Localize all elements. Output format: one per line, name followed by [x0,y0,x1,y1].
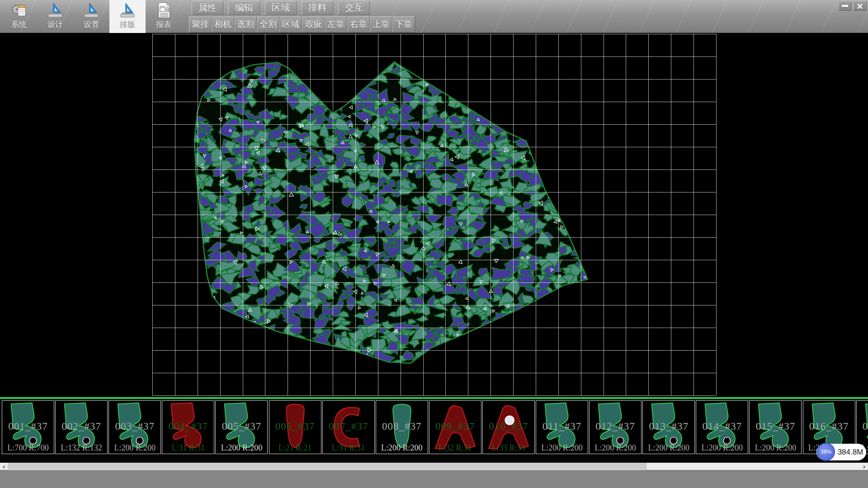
tab-label: 设计 [47,19,63,30]
piece-thumbnail-8[interactable]: 008_#37L:200 R:200 [376,400,428,454]
piece-id: 005_#37 [216,421,267,432]
tab-3[interactable]: 设置 [73,0,109,33]
tab-label: 排版 [120,19,135,30]
piece-id: 017_#37 [857,421,868,432]
piece-id: 009_#37 [429,421,481,432]
piece-id: 008_#37 [376,421,428,432]
piece-lr-count: L:31 R:31 [323,443,374,453]
tool-button-3[interactable]: 选割 [234,16,257,33]
ruler-icon [118,2,137,19]
tool-button-8[interactable]: 右靠 [347,16,370,33]
piece-thumbnail-3[interactable]: 003_#37L:200 R:200 [108,400,161,454]
menu-button-4[interactable]: 排料 [302,1,333,15]
piece-thumbnail-1[interactable]: 001_#37L:700 R:700 [2,400,54,454]
piece-id: 013_#37 [643,421,694,432]
piece-id: 016_#37 [803,421,855,432]
tab-1[interactable]: 系统 [1,0,37,33]
tab-label: 设置 [84,19,99,30]
tool-button-10[interactable]: 下靠 [392,16,415,33]
tab-4[interactable]: 排版 [109,0,146,33]
piece-lr-count: L:200 R:200 [216,443,267,453]
main-tab-bar: 系统设计设置排版报表 [1,0,182,33]
piece-thumbnail-4[interactable]: 004_#37L:31 R:31 [162,400,214,454]
ruler-icon [46,2,64,19]
scroll-left-icon[interactable]: ‹ [0,463,8,470]
tool-button-9[interactable]: 上靠 [370,16,392,33]
tool-button-5[interactable]: 区域 [279,16,302,33]
piece-thumbnail-14[interactable]: 014_#37L:200 R:200 [696,400,748,454]
piece-thumbnail-5[interactable]: 005_#37L:200 R:200 [215,400,268,454]
tool-button-7[interactable]: 左靠 [325,16,347,33]
piece-filmstrip: 001_#37L:700 R:700002_#37L:132 R:132003_… [0,399,868,463]
minimize-icon [842,5,848,7]
minimize-button[interactable] [838,1,852,11]
piece-thumbnail-13[interactable]: 013_#37L:200 R:200 [642,400,695,454]
piece-lr-count: L:32 R:31 [429,443,481,453]
piece-lr-count: L:200 R:200 [109,443,160,453]
piece-id: 010_#37 [483,421,534,432]
piece-lr-count: L:21 R:21 [269,443,321,453]
piece-id: 015_#37 [750,421,801,432]
piece-thumbnail-9[interactable]: 009_#37L:32 R:31 [429,400,481,454]
progress-circle: 38% [817,443,835,461]
tool-button-6[interactable]: 瑕疵 [302,16,325,33]
piece-id: 007_#37 [323,421,374,432]
piece-id: 014_#37 [696,421,748,432]
report-icon [155,2,173,19]
piece-thumbnail-11[interactable]: 011_#37L:200 R:200 [536,400,588,454]
piece-thumbnail-2[interactable]: 002_#37L:132 R:132 [55,400,108,454]
menu-button-5[interactable]: 交互 [338,1,370,15]
menu-button-1[interactable]: 属性 [192,1,223,15]
tab-label: 报表 [156,19,171,30]
close-button[interactable]: × [853,1,867,11]
piece-thumbnail-7[interactable]: 007_#37L:31 R:31 [322,400,375,454]
piece-lr-count: L:31 R:31 [162,443,214,453]
piece-thumbnail-6[interactable]: 006_#37L:21 R:21 [269,400,321,454]
piece-thumbnail-10[interactable]: 010_#37L:33 R:33 [482,400,535,454]
gear-icon [10,2,28,19]
window-controls: × [838,1,867,11]
tab-label: 系统 [11,19,27,30]
memory-value: 384.8M [836,444,864,460]
piece-id: 012_#37 [590,421,641,432]
piece-lr-count: L:200 R:200 [376,443,428,453]
piece-id: 004_#37 [162,421,214,432]
piece-id: 011_#37 [536,421,588,432]
close-icon: × [856,2,863,10]
piece-id: 001_#37 [2,421,54,432]
piece-thumbnail-12[interactable]: 012_#37L:200 R:200 [589,400,642,454]
piece-lr-count: L:200 R:200 [643,443,694,453]
horizontal-scrollbar[interactable]: ‹ › [0,463,868,470]
tab-5[interactable]: 报表 [146,0,182,33]
progress-percent: 38% [821,449,831,455]
tool-button-2[interactable]: 相机 [212,16,234,33]
nest-canvas[interactable] [0,33,868,397]
piece-id: 002_#37 [56,421,107,432]
piece-lr-count: L:700 R:700 [2,443,54,453]
scroll-right-icon[interactable]: › [860,463,868,470]
piece-lr-count: L:200 R:200 [696,443,748,453]
piece-lr-count: L:200 R:200 [536,443,588,453]
status-bar [0,470,868,488]
piece-lr-count: L:132 R:132 [56,443,107,453]
menu-button-3[interactable]: 区域 [265,1,297,15]
piece-id: 003_#37 [109,421,160,432]
scrollbar-thumb[interactable] [8,463,646,470]
piece-thumbnail-15[interactable]: 015_#37L:200 R:200 [749,400,802,454]
ruler-icon [82,2,100,19]
toolbar: 系统设计设置排版报表 属性编辑区域排料交互 聚排相机选割全割区域瑕疵左靠右靠上靠… [0,0,868,33]
tool-button-4[interactable]: 全割 [257,16,279,33]
piece-lr-count: L:200 R:200 [590,443,641,453]
piece-lr-count: L:200 R:200 [750,443,801,453]
tool-button-1[interactable]: 聚排 [189,16,212,33]
memory-badge: 38% 384.8M [816,444,866,460]
menu-bar: 属性编辑区域排料交互 [192,1,370,15]
piece-lr-count: L:33 R:33 [483,443,534,453]
tool-bar: 聚排相机选割全割区域瑕疵左靠右靠上靠下靠 [189,16,415,33]
menu-button-2[interactable]: 编辑 [228,1,260,15]
piece-id: 006_#37 [269,421,321,432]
tab-2[interactable]: 设计 [37,0,73,33]
